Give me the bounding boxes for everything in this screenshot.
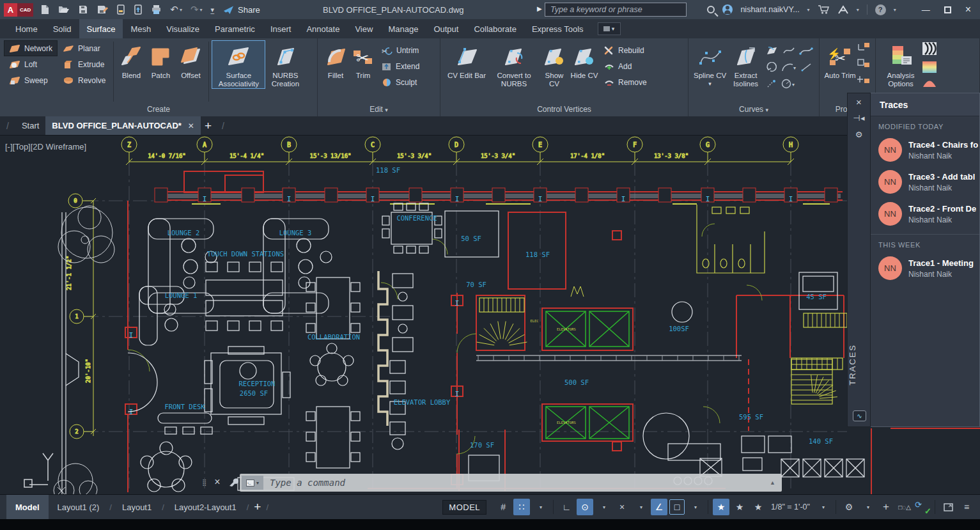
- ribbon-display-options-button[interactable]: ▾: [598, 22, 621, 35]
- tab-annotate[interactable]: Annotate: [299, 19, 347, 38]
- plot-button[interactable]: [151, 4, 162, 15]
- convert-to-nurbs-button[interactable]: Convert to NURBS: [489, 40, 539, 89]
- polar-tracking-toggle[interactable]: ⊙: [577, 499, 593, 515]
- trace-item-2[interactable]: NN Trace2 - Front De Nishant Naik: [878, 202, 979, 226]
- minimize-button[interactable]: —: [922, 5, 930, 15]
- palette-autohide-pin-icon[interactable]: ⊣◂: [853, 113, 865, 125]
- planar-button[interactable]: Planar: [58, 40, 111, 56]
- command-line-close-icon[interactable]: ×: [214, 476, 220, 488]
- layout-tab-layout2[interactable]: Layout2-Layout1: [166, 495, 245, 519]
- new-drawing-tab-button[interactable]: +: [205, 119, 212, 133]
- trim-button[interactable]: ✂ Trim: [350, 40, 377, 81]
- auto-trim-button[interactable]: ⚡✂ Auto Trim: [823, 40, 857, 81]
- object-snap-toggle[interactable]: □: [669, 499, 685, 515]
- show-cv-button[interactable]: Show CV: [539, 40, 570, 89]
- tab-collaborate[interactable]: Collaborate: [466, 19, 524, 38]
- save-button[interactable]: [78, 4, 88, 15]
- surface-associativity-button[interactable]: Surface Associativity: [212, 40, 265, 89]
- annotation-scale-icon[interactable]: ★: [750, 499, 766, 515]
- point-tool[interactable]: [766, 79, 779, 91]
- panel-cv-label[interactable]: Control Vertices: [440, 103, 688, 116]
- undo-button[interactable]: ↶▾: [170, 4, 182, 15]
- extend-button[interactable]: Extend: [377, 58, 424, 74]
- curve-rebuild-tool[interactable]: [766, 62, 779, 74]
- command-prompt-icon[interactable]: ›_▾: [242, 476, 263, 490]
- sweep-button[interactable]: Sweep: [4, 72, 58, 88]
- polar-settings-caret[interactable]: ▾: [595, 499, 612, 515]
- zebra-analysis-tool[interactable]: [922, 42, 937, 58]
- graphics-performance-toggle[interactable]: ⟳✓: [915, 500, 930, 514]
- snap-mode-toggle[interactable]: ∷: [513, 499, 530, 515]
- patch-button[interactable]: Patch: [146, 40, 175, 81]
- layout-tab-layout1-2[interactable]: Layout1 (2): [49, 495, 109, 519]
- user-menu-caret-icon[interactable]: ▾: [807, 7, 810, 13]
- scale-caret[interactable]: ▾: [814, 499, 831, 515]
- project-to-2-points-tool[interactable]: [857, 75, 871, 88]
- panel-curves-label[interactable]: Curves ▾: [688, 103, 819, 116]
- workspace-switching-gear-icon[interactable]: ⚙: [841, 499, 857, 515]
- sculpt-button[interactable]: Sculpt: [377, 74, 424, 90]
- customization-plus-button[interactable]: +: [878, 499, 894, 515]
- maximize-button[interactable]: [944, 6, 951, 13]
- save-to-web-mobile-button[interactable]: [134, 4, 143, 15]
- fillet-button[interactable]: Fillet: [322, 40, 350, 81]
- line-tool[interactable]: [800, 62, 813, 74]
- spline-cv-button[interactable]: Spline CV ▾: [692, 40, 727, 88]
- redo-button[interactable]: ↷▾: [191, 4, 203, 15]
- command-history-toggle-icon[interactable]: ▲: [770, 479, 775, 486]
- tab-parametric[interactable]: Parametric: [207, 19, 263, 38]
- qat-customize-button[interactable]: ▾̲: [211, 6, 215, 14]
- annotation-visibility-toggle[interactable]: ★: [713, 499, 729, 515]
- trace-paper-icon[interactable]: ∿: [853, 410, 866, 421]
- tab-express-tools[interactable]: Express Tools: [524, 19, 591, 38]
- annotation-scale-value[interactable]: 1/8" = 1'-0": [768, 503, 813, 511]
- drawing-canvas[interactable]: [-][Top][2D Wireframe] ZABCDEFGH14'-0 7/…: [0, 136, 980, 494]
- command-line-customize-icon[interactable]: [228, 477, 238, 488]
- close-button[interactable]: ×: [965, 4, 971, 15]
- app-store-cart-icon[interactable]: [818, 4, 830, 15]
- cv-edit-bar-button[interactable]: CV Edit Bar: [444, 40, 489, 81]
- viewport-controls-label[interactable]: [-][Top][2D Wireframe]: [5, 142, 86, 152]
- spline-freehand-tool[interactable]: [782, 45, 795, 58]
- palette-close-icon[interactable]: ×: [856, 97, 862, 108]
- hide-cv-button[interactable]: Hide CV: [570, 40, 599, 81]
- autodesk-logo-icon[interactable]: [837, 5, 849, 15]
- username-label[interactable]: nishant.naikVY...: [740, 5, 799, 14]
- extract-isolines-button[interactable]: Extract Isolines: [727, 40, 764, 89]
- snap-settings-caret[interactable]: ▾: [532, 499, 548, 515]
- project-to-ucs-tool[interactable]: [857, 42, 871, 54]
- help-icon[interactable]: ?: [875, 4, 886, 15]
- tab-mesh[interactable]: Mesh: [123, 19, 159, 38]
- object-snap-tracking-toggle[interactable]: ∠: [651, 499, 667, 515]
- untrim-button[interactable]: ✂ Untrim: [377, 42, 424, 58]
- search-icon[interactable]: [707, 6, 715, 13]
- open-file-button[interactable]: [58, 4, 70, 15]
- isometric-drafting-toggle[interactable]: ×: [614, 499, 630, 515]
- blend-curve-tool[interactable]: [799, 45, 814, 58]
- extrude-button[interactable]: Extrude: [58, 56, 111, 72]
- status-bar-menu-icon[interactable]: ≡: [958, 499, 975, 515]
- rebuild-button[interactable]: Rebuild: [599, 42, 652, 58]
- tab-solid[interactable]: Solid: [45, 19, 79, 38]
- model-space-toggle[interactable]: MODEL: [442, 500, 486, 515]
- tab-visualize[interactable]: Visualize: [159, 19, 207, 38]
- grid-display-toggle[interactable]: #: [495, 499, 511, 515]
- share-button[interactable]: Share: [223, 5, 260, 15]
- analysis-options-button[interactable]: Analysis Options: [880, 40, 922, 89]
- isolate-objects-toggle[interactable]: □◌△: [896, 499, 913, 515]
- annotation-autoscale-toggle[interactable]: ★: [731, 499, 748, 515]
- revolve-button[interactable]: Revolve: [58, 72, 111, 88]
- trace-item-4[interactable]: NN Trace4 - Chairs fo Nishant Naik: [878, 138, 979, 162]
- help-menu-caret-icon[interactable]: ▾: [894, 7, 896, 13]
- surface-curve-tool[interactable]: [766, 45, 779, 58]
- new-layout-button[interactable]: +: [254, 500, 261, 514]
- command-line[interactable]: ›_▾ Type a command ▲: [240, 474, 782, 492]
- clean-screen-toggle[interactable]: [940, 499, 956, 515]
- blend-button[interactable]: Blend: [116, 40, 146, 81]
- tab-output[interactable]: Output: [426, 19, 466, 38]
- command-input[interactable]: Type a command: [270, 478, 345, 488]
- loft-button[interactable]: Loft: [4, 56, 58, 72]
- palette-properties-gear-icon[interactable]: ⚙: [855, 130, 863, 141]
- ortho-mode-toggle[interactable]: ∟: [558, 499, 575, 515]
- offset-button[interactable]: Offset: [175, 40, 206, 81]
